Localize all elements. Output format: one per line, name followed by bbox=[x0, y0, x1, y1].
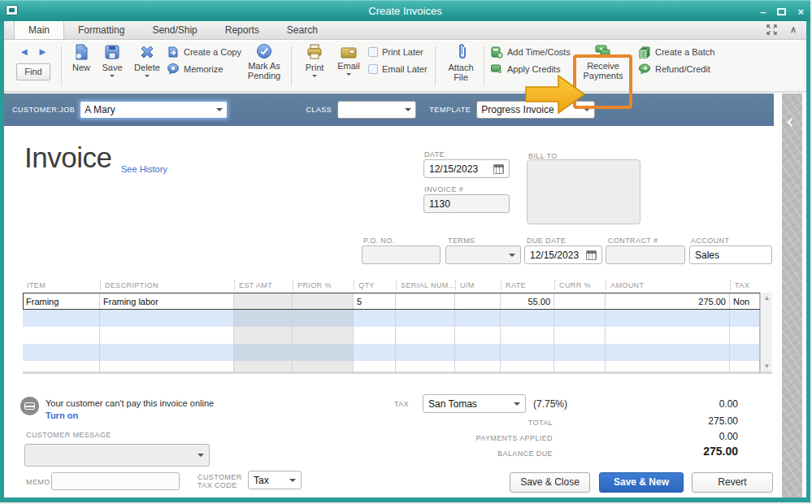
save-button[interactable]: Save bbox=[97, 43, 128, 80]
table-row[interactable]: Framing Framing labor 5 55.00 275.00 Non bbox=[23, 293, 772, 310]
account-input[interactable]: Sales bbox=[689, 245, 772, 264]
due-date-label: DUE DATE bbox=[527, 237, 566, 245]
line-items-table: ITEM DESCRIPTION EST AMT PRIOR % QTY SER… bbox=[23, 278, 772, 371]
save-dropdown-caret[interactable] bbox=[110, 75, 115, 80]
memorize-button[interactable]: Memorize bbox=[167, 60, 223, 77]
tax-agency-select[interactable]: San Tomas bbox=[423, 394, 526, 413]
attach-file-icon bbox=[454, 43, 467, 61]
create-invoices-window: Create Invoices – × Main Formatting Send… bbox=[0, 0, 810, 502]
create-a-copy-button[interactable]: Create a Copy bbox=[167, 43, 241, 60]
table-row[interactable] bbox=[23, 327, 772, 344]
chevron-down-icon bbox=[405, 108, 411, 115]
add-time-costs-icon bbox=[490, 46, 503, 59]
collapse-ribbon-icon[interactable]: ∧ bbox=[790, 24, 797, 35]
create-a-batch-icon bbox=[638, 46, 651, 59]
scroll-up-icon[interactable]: ▲ bbox=[761, 293, 773, 303]
payments-applied-value: 0.00 bbox=[665, 431, 738, 442]
contract-number-input[interactable] bbox=[606, 245, 685, 264]
balance-due-value: 275.00 bbox=[665, 445, 738, 458]
tab-send-ship[interactable]: Send/Ship bbox=[138, 21, 211, 39]
tab-search[interactable]: Search bbox=[273, 21, 332, 39]
class-label: CLASS bbox=[306, 106, 332, 114]
bill-to-box[interactable] bbox=[527, 159, 640, 224]
delete-button[interactable]: Delete bbox=[129, 43, 165, 80]
invoice-number-input[interactable]: 1130 bbox=[423, 194, 510, 213]
memorize-icon bbox=[167, 63, 180, 76]
tab-main[interactable]: Main bbox=[14, 21, 64, 39]
fullscreen-icon[interactable] bbox=[766, 24, 777, 35]
save-and-new-button[interactable]: Save & New bbox=[599, 472, 684, 493]
minimize-button[interactable]: – bbox=[760, 7, 766, 17]
invoice-heading: Invoice bbox=[24, 141, 111, 174]
customer-job-select[interactable]: A Mary bbox=[80, 101, 228, 119]
find-button[interactable]: Find bbox=[16, 63, 50, 80]
customer-tax-code-label: CUSTOMER TAX CODE bbox=[198, 473, 245, 489]
online-payment-icon bbox=[20, 397, 39, 415]
history-panel-collapsed[interactable] bbox=[782, 93, 802, 497]
table-row[interactable] bbox=[23, 310, 772, 327]
email-icon bbox=[340, 46, 358, 59]
chevron-down-icon bbox=[198, 454, 204, 460]
total-label: TOTAL bbox=[447, 419, 553, 427]
table-scrollbar[interactable]: ▲ ▼ bbox=[760, 293, 772, 371]
mark-as-pending-button[interactable]: Mark As Pending bbox=[241, 43, 287, 80]
email-later-checkbox[interactable]: Email Later bbox=[368, 60, 428, 77]
revert-button[interactable]: Revert bbox=[692, 472, 773, 493]
attach-file-button[interactable]: Attach File bbox=[443, 43, 479, 82]
scroll-down-icon[interactable]: ▼ bbox=[761, 361, 773, 371]
email-button[interactable]: Email bbox=[332, 43, 365, 78]
apply-credits-icon bbox=[490, 63, 503, 76]
template-label: TEMPLATE bbox=[429, 106, 471, 114]
customer-message-label: CUSTOMER MESSAGE bbox=[26, 431, 111, 439]
print-dropdown-caret[interactable] bbox=[312, 75, 317, 80]
turn-on-link[interactable]: Turn on bbox=[46, 411, 78, 420]
main-toolbar: ◄ ► Find New bbox=[4, 41, 806, 93]
due-date-input[interactable]: 12/15/2023 bbox=[524, 245, 602, 264]
invoice-header-bar: CUSTOMER:JOB A Mary CLASS TEMPLATE Progr… bbox=[4, 93, 774, 126]
ribbon-tabs: Main Formatting Send/Ship Reports Search… bbox=[4, 21, 806, 40]
maximize-button[interactable] bbox=[777, 8, 786, 15]
calendar-icon[interactable] bbox=[493, 164, 504, 174]
refund-credit-button[interactable]: Refund/Credit bbox=[638, 60, 710, 77]
save-and-close-button[interactable]: Save & Close bbox=[510, 472, 590, 493]
back-icon[interactable]: ◄ bbox=[19, 46, 29, 58]
table-row[interactable] bbox=[23, 344, 772, 361]
customer-job-label: CUSTOMER:JOB bbox=[12, 106, 75, 114]
print-later-box-icon bbox=[368, 47, 378, 57]
customer-tax-code-select[interactable]: Tax bbox=[248, 471, 302, 489]
close-button[interactable]: × bbox=[797, 7, 804, 17]
refund-credit-icon bbox=[638, 63, 651, 76]
forward-icon[interactable]: ► bbox=[37, 46, 48, 58]
table-row[interactable] bbox=[23, 361, 772, 371]
account-label: ACCOUNT bbox=[691, 237, 729, 245]
tab-reports[interactable]: Reports bbox=[211, 21, 273, 39]
new-button[interactable]: New bbox=[66, 43, 97, 72]
tax-rate: (7.75%) bbox=[533, 398, 567, 410]
tax-amount: 0.00 bbox=[665, 398, 738, 410]
add-time-costs-button[interactable]: Add Time/Costs bbox=[490, 43, 571, 60]
terms-select[interactable] bbox=[445, 245, 521, 264]
memo-input[interactable] bbox=[51, 472, 180, 490]
balance-due-label: BALANCE DUE bbox=[447, 450, 553, 458]
calendar-icon[interactable] bbox=[586, 250, 597, 260]
date-label: DATE bbox=[424, 150, 445, 159]
see-history-link[interactable]: See History bbox=[121, 164, 167, 174]
table-horizontal-scrollbar[interactable] bbox=[23, 371, 772, 374]
title-bar: Create Invoices – × bbox=[0, 0, 810, 21]
po-number-label: P.O. NO. bbox=[363, 237, 395, 245]
new-invoice-icon bbox=[72, 43, 90, 61]
tab-formatting[interactable]: Formatting bbox=[64, 21, 138, 39]
po-number-input[interactable] bbox=[362, 245, 441, 264]
email-dropdown-caret[interactable] bbox=[346, 73, 351, 78]
customer-message-select[interactable] bbox=[24, 444, 210, 467]
window-title: Create Invoices bbox=[0, 1, 810, 22]
print-button[interactable]: Print bbox=[298, 43, 331, 80]
delete-dropdown-caret[interactable] bbox=[145, 75, 150, 80]
date-input[interactable]: 12/15/2023 bbox=[423, 159, 510, 178]
class-select[interactable] bbox=[337, 101, 416, 119]
expand-panel-icon[interactable] bbox=[788, 119, 796, 127]
print-later-checkbox[interactable]: Print Later bbox=[368, 43, 423, 60]
invoice-number-label: INVOICE # bbox=[424, 185, 463, 193]
terms-label: TERMS bbox=[448, 237, 475, 245]
create-a-batch-button[interactable]: Create a Batch bbox=[638, 43, 714, 60]
